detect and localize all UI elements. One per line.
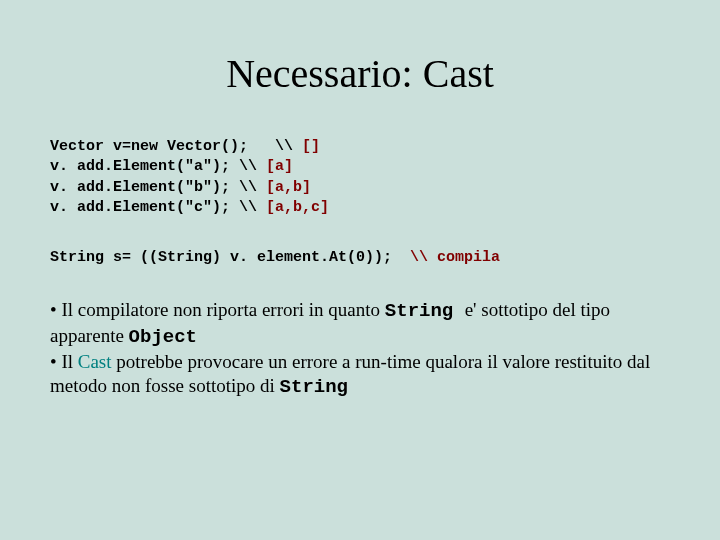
code-l1: Vector v=new Vector(); \\ — [50, 138, 302, 155]
bullet1-code2: Object — [129, 326, 197, 348]
code2-b: \\ compila — [410, 249, 500, 266]
code2-a: String s= ((String) v. element.At(0)); — [50, 249, 410, 266]
slide: Necessario: Cast Vector v=new Vector(); … — [0, 0, 720, 440]
code-l3: v. add.Element("b"); \\ — [50, 179, 266, 196]
bullet2-mid: potrebbe provocare un errore a run-time … — [50, 351, 650, 397]
code-block-1: Vector v=new Vector(); \\ [] v. add.Elem… — [50, 137, 670, 218]
bullet1-code1: String — [385, 300, 465, 322]
code-l2-result: [a] — [266, 158, 293, 175]
bullet2-pre: • Il — [50, 351, 78, 372]
body-text: • Il compilatore non riporta errori in q… — [50, 298, 670, 400]
bullet1-pre: • Il compilatore non riporta errori in q… — [50, 299, 385, 320]
code-l1-result: [] — [302, 138, 320, 155]
code-l3-result: [a,b] — [266, 179, 311, 196]
code-l4-result: [a,b,c] — [266, 199, 329, 216]
bullet2-code: String — [280, 376, 348, 398]
code-l4: v. add.Element("c"); \\ — [50, 199, 266, 216]
code-block-2: String s= ((String) v. element.At(0)); \… — [50, 248, 670, 268]
code-l2: v. add.Element("a"); \\ — [50, 158, 266, 175]
slide-title: Necessario: Cast — [50, 50, 670, 97]
bullet2-cast: Cast — [78, 351, 117, 372]
